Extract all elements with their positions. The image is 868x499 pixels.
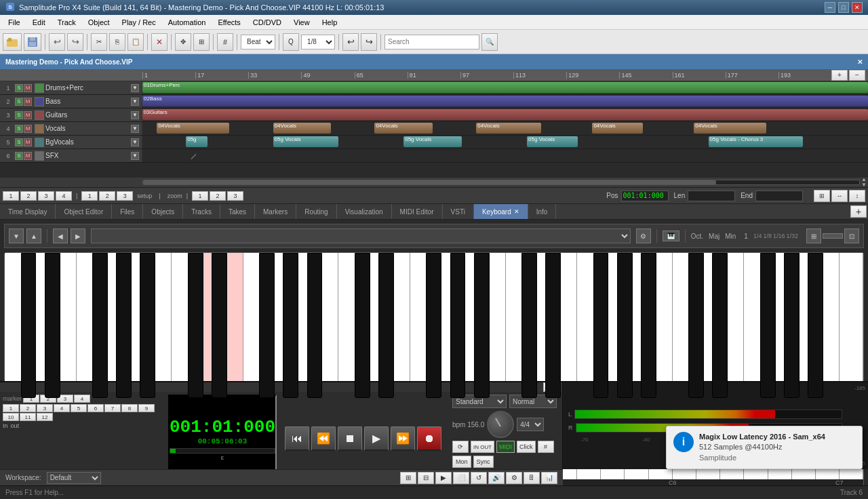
project-close-btn[interactable]: ✕ (857, 58, 863, 66)
clip-4-1[interactable]: 04Vocals (157, 123, 229, 134)
ws-icon-2[interactable]: ⊟ (418, 472, 434, 484)
kb-slider[interactable] (823, 233, 843, 239)
midi-btn[interactable]: MIDI (496, 441, 515, 453)
mode-btn-1[interactable]: ✥ (175, 33, 191, 51)
menu-object[interactable]: Object (83, 17, 115, 28)
solo-btn-4[interactable]: S (15, 125, 23, 133)
solo-btn-6[interactable]: S (15, 152, 23, 160)
black-key[interactable] (307, 253, 323, 398)
track-expand-2[interactable]: ▼ (131, 98, 139, 106)
track-expand-6[interactable]: ▼ (131, 152, 139, 160)
marker-6-b[interactable]: 6 (87, 404, 104, 412)
stop-btn[interactable]: ⏹ (338, 426, 362, 451)
marker-7-b[interactable]: 7 (104, 404, 121, 412)
black-key[interactable] (378, 253, 394, 398)
undo2-btn[interactable]: ↩ (342, 33, 359, 51)
black-key[interactable] (140, 253, 155, 398)
save-btn[interactable] (24, 33, 41, 51)
track-content-3[interactable]: 03Guitars (142, 108, 868, 121)
tab-tracks[interactable]: Tracks (183, 204, 220, 219)
clip-5-1[interactable]: 05g (186, 136, 208, 147)
ws-icon-1[interactable]: ⊞ (400, 472, 416, 484)
track-expand-4[interactable]: ▼ (131, 125, 139, 133)
clip-4-6[interactable]: 04Vocals (694, 123, 766, 134)
skip-start-btn[interactable]: ⏮ (285, 426, 309, 451)
black-key[interactable] (712, 253, 728, 398)
black-key[interactable] (641, 253, 656, 398)
black-key[interactable] (283, 253, 298, 398)
solo-btn-1[interactable]: S (15, 84, 23, 92)
menu-play-rec[interactable]: Play / Rec (117, 17, 161, 28)
mode-btn-2[interactable]: ⊞ (193, 33, 210, 51)
clip-2-1[interactable]: 02Bass (142, 96, 868, 106)
black-key[interactable] (474, 253, 490, 398)
page-2[interactable]: 2 (20, 191, 37, 201)
clip-1-1[interactable]: 01Drums+Perc (142, 82, 868, 93)
undo-btn[interactable]: ↩ (49, 33, 65, 51)
clip-5-3[interactable]: 05g Vocals (403, 136, 462, 147)
search-btn[interactable]: 🔍 (481, 33, 498, 51)
menu-help[interactable]: Help (317, 17, 343, 28)
time-scrub-bar[interactable] (170, 448, 275, 454)
track-expand-1[interactable]: ▼ (131, 84, 139, 92)
black-key[interactable] (45, 253, 60, 398)
subdivision-select[interactable]: 1/8 (301, 35, 335, 49)
black-key[interactable] (355, 253, 370, 398)
marker-3-b[interactable]: 3 (37, 404, 53, 412)
add-tab-btn[interactable]: + (850, 205, 867, 218)
ws-icon-3[interactable]: ▶ (435, 472, 452, 484)
workspace-select[interactable]: Default (47, 472, 101, 484)
tab-files[interactable]: Files (112, 204, 143, 219)
mute-btn-5[interactable]: M (24, 138, 32, 146)
in-out-btn[interactable]: IN OUT (471, 441, 494, 453)
mon-btn[interactable]: Mon (452, 456, 471, 468)
kb-view-1[interactable]: ⊞ (806, 228, 821, 243)
redo2-btn[interactable]: ↪ (361, 33, 377, 51)
solo-btn-5[interactable]: S (15, 138, 23, 146)
black-key[interactable] (593, 253, 609, 398)
zoom-3[interactable]: 3 (117, 191, 133, 201)
black-key[interactable] (212, 253, 227, 398)
menu-view[interactable]: View (288, 17, 315, 28)
black-key[interactable] (521, 253, 537, 398)
marker-4-b[interactable]: 4 (54, 404, 70, 412)
ws-icon-5[interactable]: ↺ (471, 472, 487, 484)
search-input[interactable] (384, 35, 479, 49)
solo-btn-3[interactable]: S (15, 111, 23, 119)
copy-btn[interactable]: ⎘ (109, 33, 125, 51)
clip-4-5[interactable]: 04Vocals (592, 123, 643, 134)
marker-8-b[interactable]: 8 (121, 404, 138, 412)
tab-time-display[interactable]: Time Display (0, 204, 56, 219)
track-content-5[interactable]: 05g 05g Vocals 05g Vocals 05g Vocals 05g… (142, 136, 868, 148)
maximize-button[interactable]: □ (838, 2, 849, 13)
menu-cd-dvd[interactable]: CD/DVD (248, 17, 287, 28)
sync-icon-btn[interactable]: ⟳ (452, 441, 469, 453)
mute-btn-1[interactable]: M (24, 84, 32, 92)
kb-view-2[interactable]: ⊡ (844, 228, 859, 243)
zoom-in-ruler[interactable]: + (831, 70, 848, 81)
kb-up-btn[interactable]: ▲ (26, 228, 41, 243)
page-1[interactable]: 1 (3, 191, 19, 201)
clip-5-4[interactable]: 05g Vocals (527, 136, 578, 147)
pos-input[interactable] (621, 191, 669, 201)
tab-info[interactable]: Info (528, 204, 557, 219)
marker-10-b[interactable]: 10 (3, 413, 19, 421)
page-3[interactable]: 3 (38, 191, 54, 201)
tab-object-editor[interactable]: Object Editor (56, 204, 112, 219)
track-expand-5[interactable]: ▼ (131, 138, 139, 146)
menu-file[interactable]: File (3, 17, 26, 28)
mute-btn-6[interactable]: M (24, 152, 32, 160)
end-input[interactable] (755, 191, 803, 201)
quantize-btn[interactable]: Q (283, 33, 299, 51)
ws-icon-8[interactable]: 🎚 (524, 472, 540, 484)
marker-2-b[interactable]: 2 (20, 404, 36, 412)
kb-gear-btn[interactable]: ⚙ (636, 228, 651, 243)
clip-5-5[interactable]: 05g Vocals - Chorus 3 (709, 136, 803, 147)
kb-down-btn[interactable]: ▼ (9, 228, 24, 243)
tab-routing[interactable]: Routing (296, 204, 336, 219)
menu-effects[interactable]: Effects (212, 17, 245, 28)
h-scrollbar[interactable] (142, 180, 860, 185)
tab-vsti[interactable]: VSTi (443, 204, 474, 219)
zoom-1[interactable]: 1 (81, 191, 98, 201)
click-btn[interactable]: Click (517, 441, 536, 453)
